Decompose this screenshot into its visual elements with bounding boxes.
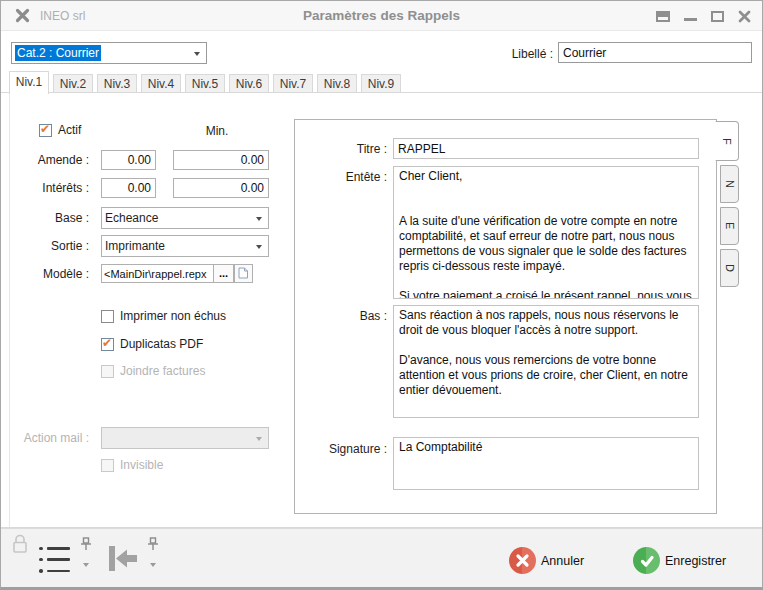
close-button[interactable] xyxy=(736,8,752,24)
joindre-factures-checkbox xyxy=(101,365,114,378)
category-select[interactable]: Cat.2 : Courrier xyxy=(11,42,207,64)
sortie-value: Imprimante xyxy=(105,239,165,253)
sortie-label: Sortie : xyxy=(11,239,89,253)
signature-textarea[interactable]: La Comptabilité xyxy=(393,437,699,490)
minimize-icon xyxy=(684,18,697,21)
modele-label: Modèle : xyxy=(11,267,89,281)
bas-textarea[interactable]: Sans réaction à nos rappels, nous nous r… xyxy=(393,305,699,418)
base-select[interactable]: Echeance xyxy=(101,207,269,229)
action-mail-label: Action mail : xyxy=(11,431,89,445)
parametres-rappels-window: INEO srl Paramètres des Rappels Cat.2 : … xyxy=(0,0,763,590)
report-design-icon xyxy=(238,267,249,279)
tab-niv-6[interactable]: Niv.6 xyxy=(229,74,269,93)
bas-label: Bas : xyxy=(301,309,387,323)
tab-niv-4[interactable]: Niv.4 xyxy=(141,74,181,93)
min-column-label: Min. xyxy=(192,124,242,138)
amende-min-input[interactable] xyxy=(173,150,269,170)
actif-label: Actif xyxy=(58,123,81,137)
entete-textarea[interactable]: Cher Client, A la suite d'une vérificati… xyxy=(393,166,699,299)
tab-niv-1[interactable]: Niv.1 xyxy=(9,71,49,94)
duplicatas-pdf-checkbox[interactable] xyxy=(101,338,114,351)
libelle-input[interactable] xyxy=(558,42,752,63)
toggle-panel-button[interactable] xyxy=(655,8,671,24)
entete-label: Entête : xyxy=(301,170,387,184)
modele-input[interactable] xyxy=(101,264,214,283)
lock-icon xyxy=(11,533,29,558)
signature-label: Signature : xyxy=(301,442,387,456)
invisible-checkbox xyxy=(101,459,114,472)
window-title: Paramètres des Rappels xyxy=(1,1,762,31)
sortie-select[interactable]: Imprimante xyxy=(101,235,269,257)
enregistrer-label: Enregistrer xyxy=(665,554,726,568)
chevron-down-icon[interactable] xyxy=(83,563,89,567)
amende-label: Amende : xyxy=(11,153,89,167)
category-value: Cat.2 : Courrier xyxy=(15,45,101,61)
interets-input[interactable] xyxy=(101,178,156,198)
tab-niv-8[interactable]: Niv.8 xyxy=(317,74,357,93)
close-icon xyxy=(738,10,751,23)
libelle-label: Libellé : xyxy=(463,47,553,61)
collapse-left-icon[interactable] xyxy=(108,545,139,575)
titre-label: Titre : xyxy=(301,142,387,156)
joindre-factures-label: Joindre factures xyxy=(120,364,205,378)
lang-tab-n[interactable]: N xyxy=(720,165,739,203)
titlebar: INEO srl Paramètres des Rappels xyxy=(1,1,762,31)
tab-niv-3[interactable]: Niv.3 xyxy=(97,74,137,93)
tab-niv-5[interactable]: Niv.5 xyxy=(185,74,225,93)
window-controls xyxy=(655,1,752,31)
pin-icon[interactable] xyxy=(80,537,92,554)
minimize-button[interactable] xyxy=(682,8,698,24)
base-label: Base : xyxy=(11,211,89,225)
page-edge xyxy=(9,94,10,527)
cancel-icon xyxy=(509,547,536,574)
annuler-button[interactable]: Annuler xyxy=(509,547,584,574)
edit-report-button[interactable] xyxy=(234,264,253,283)
invisible-label: Invisible xyxy=(120,458,163,472)
imprimer-non-echus-label: Imprimer non échus xyxy=(120,309,226,323)
tab-niv-7[interactable]: Niv.7 xyxy=(273,74,313,93)
lang-tab-d[interactable]: D xyxy=(720,249,739,287)
imprimer-non-echus-checkbox[interactable] xyxy=(101,310,114,323)
interets-label: Intérêts : xyxy=(11,181,89,195)
titre-input[interactable] xyxy=(393,138,699,159)
save-check-icon xyxy=(633,547,660,574)
chevron-down-icon xyxy=(194,52,200,56)
browse-model-button[interactable]: ... xyxy=(213,264,234,283)
maximize-button[interactable] xyxy=(709,8,725,24)
pin-icon[interactable] xyxy=(147,537,159,554)
tab-niv-9[interactable]: Niv.9 xyxy=(361,74,401,93)
duplicatas-pdf-label: Duplicatas PDF xyxy=(120,337,203,351)
footer-toolbar: Annuler Enregistrer xyxy=(1,528,763,588)
list-icon[interactable] xyxy=(39,547,70,572)
chevron-down-icon[interactable] xyxy=(150,563,156,567)
tab-page-niv-1: Actif Min. Amende : Intérêts : Base : Ec… xyxy=(1,92,763,528)
interets-min-input[interactable] xyxy=(173,178,269,198)
base-value: Echeance xyxy=(105,211,158,225)
chevron-down-icon xyxy=(256,245,262,249)
panel-icon xyxy=(656,11,670,22)
chevron-down-icon xyxy=(256,437,262,441)
chevron-down-icon xyxy=(256,217,262,221)
lang-tab-e[interactable]: E xyxy=(720,207,739,245)
annuler-label: Annuler xyxy=(541,554,584,568)
enregistrer-button[interactable]: Enregistrer xyxy=(633,547,726,574)
maximize-icon xyxy=(711,11,724,22)
amende-input[interactable] xyxy=(101,150,156,170)
lang-tab-f[interactable]: F xyxy=(715,121,739,161)
action-mail-select xyxy=(101,427,269,449)
tab-niv-2[interactable]: Niv.2 xyxy=(53,74,93,93)
level-tabstrip: Niv.1 Niv.2 Niv.3 Niv.4 Niv.5 Niv.6 Niv.… xyxy=(9,70,401,93)
actif-checkbox[interactable] xyxy=(39,124,52,137)
